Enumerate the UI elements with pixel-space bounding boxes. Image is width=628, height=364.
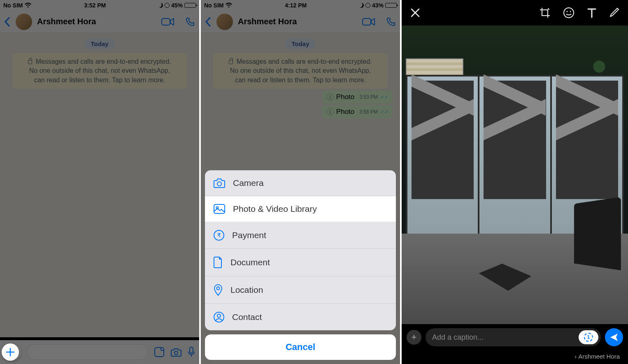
sheet-item-label: Camera [233, 178, 264, 188]
camera-icon [213, 178, 226, 188]
recipient-row[interactable]: ›Arshmeet Hora [402, 350, 628, 364]
contact-icon [213, 311, 225, 323]
crop-icon[interactable] [539, 7, 551, 19]
svg-point-14 [567, 11, 568, 12]
send-button[interactable] [605, 328, 623, 346]
close-icon[interactable] [410, 7, 421, 18]
svg-point-12 [217, 314, 221, 318]
emoji-icon[interactable] [563, 7, 575, 19]
attach-button-highlight[interactable] [2, 343, 19, 361]
dim-overlay [0, 0, 199, 364]
sheet-options: Camera Photo & Video Library ₹ Payment D… [205, 170, 396, 330]
sheet-item-document[interactable]: Document [205, 249, 396, 276]
sheet-item-library[interactable]: Photo & Video Library [205, 196, 396, 222]
sheet-item-label: Photo & Video Library [233, 204, 317, 214]
document-icon [213, 256, 223, 269]
screen-attachment-sheet: No SIM 4:12 PM 43% Arshmeet Hora Today M… [201, 0, 400, 364]
screen-chat-empty: No SIM 3:52 PM 45% Arshmeet Hora Today M… [0, 0, 199, 364]
svg-point-10 [217, 287, 220, 290]
svg-rect-6 [214, 204, 225, 213]
gallery-icon [213, 204, 226, 214]
sheet-item-contact[interactable]: Contact [205, 304, 396, 330]
sheet-item-camera[interactable]: Camera [205, 170, 396, 196]
caption-bar: + Add a caption... 1 [402, 324, 628, 350]
action-sheet: Camera Photo & Video Library ₹ Payment D… [205, 170, 396, 360]
sheet-item-label: Document [230, 257, 270, 267]
rupee-icon: ₹ [213, 230, 225, 241]
sheet-item-location[interactable]: Location [205, 276, 396, 304]
cancel-button[interactable]: Cancel [205, 334, 396, 360]
screen-photo-editor: + Add a caption... 1 ›Arshmeet Hora [402, 0, 628, 364]
svg-point-5 [217, 182, 221, 186]
view-once-icon: 1 [584, 333, 593, 342]
sheet-item-payment[interactable]: ₹ Payment [205, 222, 396, 249]
plus-icon [5, 347, 15, 357]
view-once-toggle[interactable]: 1 [579, 330, 598, 344]
draw-icon[interactable] [609, 7, 620, 18]
svg-text:₹: ₹ [217, 232, 221, 239]
sheet-item-label: Contact [232, 312, 262, 322]
send-icon [609, 333, 619, 342]
text-icon[interactable] [587, 7, 597, 19]
photo-preview[interactable] [402, 26, 628, 324]
location-icon [213, 284, 223, 296]
sheet-item-label: Payment [232, 230, 266, 240]
editor-toolbar [402, 0, 628, 26]
svg-point-15 [570, 11, 571, 12]
add-media-button[interactable]: + [407, 330, 421, 345]
svg-point-13 [564, 8, 574, 18]
sheet-item-label: Location [230, 285, 263, 295]
caption-input[interactable]: Add a caption... [432, 333, 579, 342]
caption-input-wrap: Add a caption... 1 [426, 328, 601, 346]
